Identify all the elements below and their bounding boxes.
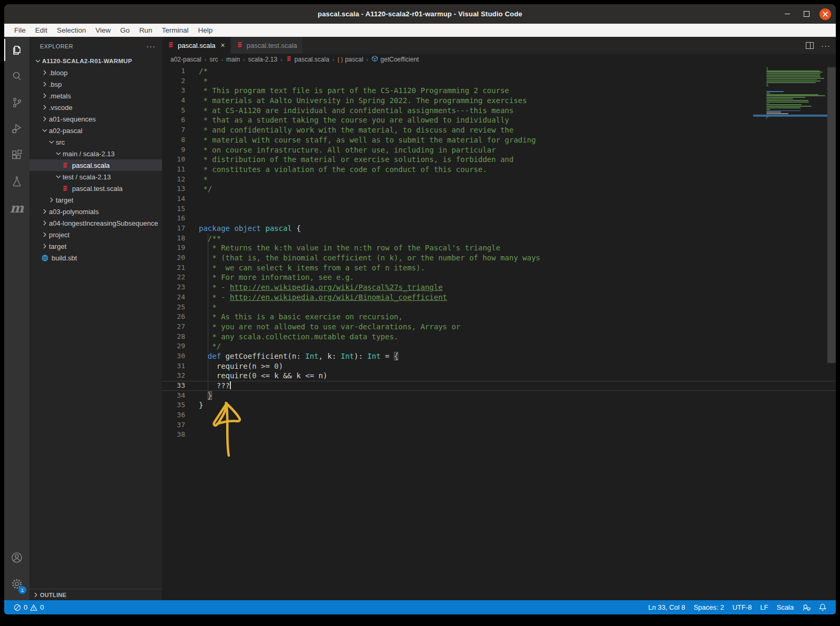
- tree-file-pascal.scala[interactable]: pascal.scala: [29, 159, 162, 171]
- minimap[interactable]: [753, 67, 827, 124]
- breadcrumb-a02-pascal[interactable]: a02-pascal: [170, 56, 201, 63]
- code-line-35[interactable]: 35}: [162, 400, 836, 410]
- status-scala[interactable]: Scala: [772, 600, 798, 614]
- code-line-11[interactable]: 11 * constitutes a violation of the code…: [162, 165, 836, 175]
- bell-icon[interactable]: [815, 600, 831, 614]
- code-line-1[interactable]: 1/*: [162, 66, 836, 76]
- split-editor-icon[interactable]: [806, 42, 814, 49]
- tree-folder-target[interactable]: target: [29, 240, 162, 252]
- tree-folder-a03-polynomials[interactable]: a03-polynomials: [29, 206, 162, 217]
- code-line-2[interactable]: 2 *: [162, 76, 836, 86]
- settings-icon[interactable]: 1: [4, 571, 29, 597]
- code-line-12[interactable]: 12 *: [162, 175, 836, 185]
- code-line-22[interactable]: 22 * For more information, see e.g.: [162, 272, 836, 282]
- code-line-6[interactable]: 6 * that as a student taking the course …: [162, 115, 836, 125]
- code-line-19[interactable]: 19 * Returns the k:th value in the n:th …: [162, 243, 836, 253]
- tree-folder-a1120-scala2-r01-warmup[interactable]: A1120-SCALA2-R01-WARMUP: [29, 55, 162, 67]
- code-line-9[interactable]: 9 * on course infrastructure. All other …: [162, 145, 836, 155]
- tab-pascal.scala[interactable]: pascal.scala×: [162, 37, 230, 54]
- tree-folder-.bloop[interactable]: .bloop: [29, 67, 162, 78]
- run-debug-icon[interactable]: [4, 116, 29, 142]
- tree-folder-a04-longestincreasingsubsequence[interactable]: a04-longestIncreasingSubsequence: [29, 217, 162, 229]
- menu-terminal[interactable]: Terminal: [157, 24, 193, 37]
- breadcrumb-pascal[interactable]: { }pascal: [338, 56, 363, 63]
- breadcrumb-src[interactable]: src: [209, 56, 218, 63]
- metals-icon[interactable]: m: [4, 195, 29, 221]
- explorer-more-actions-button[interactable]: ···: [146, 42, 156, 51]
- code-line-23[interactable]: 23 * - http://en.wikipedia.org/wiki/Pasc…: [162, 282, 836, 292]
- feedback-icon[interactable]: [798, 600, 815, 614]
- code-line-25[interactable]: 25 *: [162, 302, 836, 312]
- code-line-17[interactable]: 17package object pascal {: [162, 224, 836, 234]
- tree-folder-a02-pascal[interactable]: a02-pascal: [29, 125, 162, 136]
- source-control-icon[interactable]: [4, 89, 29, 116]
- code-line-26[interactable]: 26 * As this is a basic exercise on recu…: [162, 312, 836, 322]
- code-line-20[interactable]: 20 * (that is, the binomial coefficient …: [162, 253, 836, 263]
- breadcrumb-scala-2.13[interactable]: scala-2.13: [248, 56, 277, 63]
- code-line-8[interactable]: 8 * material with course staff, as well …: [162, 135, 836, 145]
- code-line-37[interactable]: 37: [162, 420, 836, 430]
- breadcrumb-pascal.scala[interactable]: pascal.scala: [286, 55, 329, 64]
- code-line-13[interactable]: 13 */: [162, 184, 836, 194]
- tree-folder-project[interactable]: project: [29, 229, 162, 240]
- close-button[interactable]: [819, 8, 832, 21]
- code-line-7[interactable]: 7 * and confidentially work with the mat…: [162, 125, 836, 135]
- menu-help[interactable]: Help: [193, 24, 217, 37]
- code-line-33[interactable]: 33 ???: [162, 381, 836, 391]
- outline-section[interactable]: OUTLINE: [29, 589, 162, 600]
- minimize-button[interactable]: [781, 8, 794, 21]
- tree-folder-a01-sequences[interactable]: a01-sequences: [29, 113, 162, 125]
- code-line-28[interactable]: 28 * any scala.collection.mutable data t…: [162, 332, 836, 342]
- menu-selection[interactable]: Selection: [52, 24, 91, 37]
- code-line-27[interactable]: 27 * you are not allowed to use var-decl…: [162, 322, 836, 332]
- explorer-icon[interactable]: [4, 37, 29, 63]
- code-line-21[interactable]: 21 * we can select k items from a set of…: [162, 263, 836, 273]
- menu-go[interactable]: Go: [116, 24, 135, 37]
- code-line-16[interactable]: 16: [162, 214, 836, 224]
- code-line-38[interactable]: 38: [162, 430, 836, 440]
- code-line-30[interactable]: 30 def getCoefficient(n: Int, k: Int): I…: [162, 351, 836, 361]
- status-lf[interactable]: LF: [756, 600, 772, 614]
- tree-file-build.sbt[interactable]: build.sbt: [29, 252, 162, 264]
- tree-folder-target[interactable]: target: [29, 194, 162, 206]
- menu-run[interactable]: Run: [135, 24, 157, 37]
- tab-close-icon[interactable]: ×: [221, 41, 225, 49]
- code-line-29[interactable]: 29 */: [162, 341, 836, 351]
- status-ln-33-col-8[interactable]: Ln 33, Col 8: [644, 600, 690, 614]
- code-line-3[interactable]: 3 * This program text file is part of th…: [162, 86, 836, 96]
- extensions-icon[interactable]: [4, 142, 29, 168]
- code-editor[interactable]: 1/*2 *3 * This program text file is part…: [162, 65, 836, 600]
- maximize-button[interactable]: [800, 8, 813, 21]
- code-line-32[interactable]: 32 require(0 <= k && k <= n): [162, 371, 836, 381]
- code-line-31[interactable]: 31 require(n >= 0): [162, 361, 836, 371]
- code-line-5[interactable]: 5 * at CS-A1120 are individual and confi…: [162, 106, 836, 116]
- problems-status[interactable]: 0 0: [9, 600, 48, 614]
- status-spaces-2[interactable]: Spaces: 2: [690, 600, 728, 614]
- code-line-10[interactable]: 10 * distribution of the material or exe…: [162, 155, 836, 165]
- tree-folder-main-scala-2.13[interactable]: main / scala-2.13: [29, 148, 162, 159]
- tree-folder-test-scala-2.13[interactable]: test / scala-2.13: [29, 171, 162, 183]
- code-line-4[interactable]: 4 * materials at Aalto University in Spr…: [162, 96, 836, 106]
- code-line-14[interactable]: 14: [162, 194, 836, 204]
- tree-folder-.metals[interactable]: .metals: [29, 90, 162, 102]
- code-line-34[interactable]: 34 }: [162, 391, 836, 401]
- editor-scrollbar[interactable]: [827, 67, 836, 363]
- code-line-24[interactable]: 24 * - http://en.wikipedia.org/wiki/Bino…: [162, 292, 836, 302]
- menu-file[interactable]: File: [9, 24, 31, 37]
- tab-pascal.test.scala[interactable]: pascal.test.scala: [231, 37, 302, 54]
- tree-file-pascal.test.scala[interactable]: pascal.test.scala: [29, 183, 162, 194]
- testing-icon[interactable]: [4, 168, 29, 195]
- account-icon[interactable]: [4, 544, 29, 571]
- editor-more-actions-button[interactable]: ···: [821, 41, 831, 50]
- tree-folder-src[interactable]: src: [29, 136, 162, 148]
- tree-folder-.bsp[interactable]: .bsp: [29, 78, 162, 90]
- tree-folder-.vscode[interactable]: .vscode: [29, 102, 162, 113]
- code-line-36[interactable]: 36: [162, 410, 836, 420]
- status-utf-8[interactable]: UTF-8: [728, 600, 756, 614]
- menu-edit[interactable]: Edit: [31, 24, 52, 37]
- breadcrumb-main[interactable]: main: [226, 56, 240, 63]
- search-icon[interactable]: [4, 63, 29, 89]
- code-line-18[interactable]: 18 /**: [162, 234, 836, 244]
- code-line-15[interactable]: 15: [162, 204, 836, 214]
- menu-view[interactable]: View: [91, 24, 116, 37]
